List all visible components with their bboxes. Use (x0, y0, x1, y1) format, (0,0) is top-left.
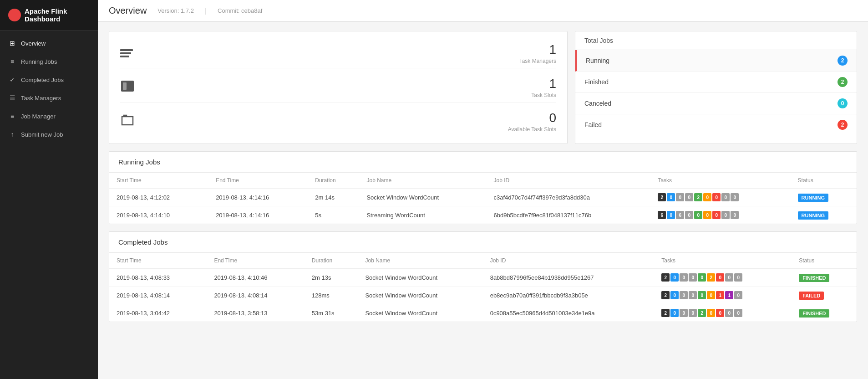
start-time: 2019-08-13, 4:12:02 (109, 189, 208, 206)
status-row-finished[interactable]: Finished 2 (575, 72, 857, 93)
col-duration-running: Duration (308, 173, 359, 189)
app-title: Apache Flink Dashboard (25, 7, 90, 23)
stats-card: 1 Task Managers 1 Task Slots (109, 31, 568, 144)
sidebar-item-running-jobs[interactable]: ≡ Running Jobs (0, 52, 98, 71)
task-badge: 0 (698, 273, 706, 282)
job-name: Streaming WordCount (359, 206, 486, 224)
task-badge: 0 (670, 291, 679, 299)
table-row[interactable]: 2019-08-13, 4:14:10 2019-08-13, 4:14:16 … (109, 206, 857, 224)
task-badge: 0 (725, 309, 733, 317)
task-managers-stat: 1 Task Managers (120, 39, 556, 68)
task-badge: 0 (731, 193, 739, 201)
start-time: 2019-08-13, 4:08:33 (109, 269, 207, 287)
job-id: 8ab8bd87996f5ee84b1938dd955e1267 (483, 269, 655, 287)
sidebar-item-completed-jobs[interactable]: ✓ Completed Jobs (0, 71, 98, 89)
task-badge: 0 (734, 291, 742, 299)
task-badge: 0 (667, 211, 675, 219)
task-badge: 0 (694, 211, 702, 219)
task-badge: 0 (716, 309, 724, 317)
task-badge: 0 (680, 291, 688, 299)
duration: 2m 14s (308, 189, 359, 206)
tasks: 606000000 (650, 206, 790, 224)
task-badge: 0 (676, 193, 684, 201)
task-managers-label: Task Managers (519, 58, 556, 64)
col-job-name-running: Job Name (359, 173, 486, 189)
status: FAILED (792, 287, 857, 304)
completed-jobs-table: Start Time End Time Duration Job Name Jo… (109, 253, 857, 322)
status-label-canceled: Canceled (584, 100, 611, 107)
table-row[interactable]: 2019-08-13, 4:08:33 2019-08-13, 4:10:46 … (109, 269, 857, 287)
status-count-finished: 2 (838, 77, 848, 87)
task-badge: 0 (667, 193, 675, 201)
end-time: 2019-08-13, 4:14:16 (208, 189, 308, 206)
task-badge: 0 (670, 309, 679, 317)
status-label-running: Running (586, 57, 609, 64)
start-time: 2019-08-13, 3:04:42 (109, 304, 207, 322)
task-badge: 0 (685, 211, 693, 219)
task-badge: 2 (707, 273, 715, 282)
topbar: Overview Version: 1.7.2 | Commit: ceba8a… (98, 0, 868, 22)
status: RUNNING (791, 206, 857, 224)
running-jobs-table: Start Time End Time Duration Job Name Jo… (109, 173, 857, 224)
task-managers-stat-icon (120, 49, 133, 57)
status: FINISHED (792, 269, 857, 287)
task-badge: 0 (716, 273, 724, 282)
sidebar-label-job-manager: Job Manager (21, 113, 56, 120)
running-jobs-section: Running Jobs Start Time End Time Duratio… (109, 151, 857, 224)
task-badge: 0 (698, 291, 706, 299)
status-row-failed[interactable]: Failed 2 (575, 114, 857, 135)
completed-jobs-icon: ✓ (8, 76, 16, 83)
job-manager-icon: ≡ (8, 113, 16, 120)
col-start-time-completed: Start Time (109, 253, 207, 269)
task-badge: 0 (703, 193, 711, 201)
table-row[interactable]: 2019-08-13, 4:12:02 2019-08-13, 4:14:16 … (109, 189, 857, 206)
col-start-time-running: Start Time (109, 173, 208, 189)
status-label-failed: Failed (584, 121, 602, 128)
task-badge: 0 (685, 193, 693, 201)
duration: 53m 31s (305, 304, 358, 322)
table-row[interactable]: 2019-08-13, 3:04:42 2019-08-13, 3:58:13 … (109, 304, 857, 322)
task-badge: 0 (680, 309, 688, 317)
tasks: 200000110 (654, 287, 792, 304)
task-managers-value: 1 (519, 42, 556, 57)
col-job-id-running: Job ID (486, 173, 650, 189)
sidebar-item-task-managers[interactable]: ☰ Task Managers (0, 89, 98, 107)
status-row-canceled[interactable]: Canceled 0 (575, 93, 857, 114)
task-badge: 0 (689, 273, 697, 282)
task-slots-stat: 1 Task Slots (120, 73, 556, 102)
task-slots-stat-icon (120, 79, 135, 97)
end-time: 2019-08-13, 4:08:14 (207, 287, 304, 304)
task-badge: 0 (703, 211, 711, 219)
col-end-time-running: End Time (208, 173, 308, 189)
job-id: 6bd9b5bcdfe7f9ec81f048137f11c76b (486, 206, 650, 224)
task-badge: 6 (676, 211, 684, 219)
status-count-failed: 2 (838, 120, 848, 130)
commit-label: Commit: ceba8af (218, 7, 262, 14)
task-badge: 0 (707, 309, 715, 317)
sidebar-item-submit-new-job[interactable]: ↑ Submit new Job (0, 125, 98, 143)
available-task-slots-label: Available Task Slots (508, 126, 556, 133)
sidebar-item-overview[interactable]: ⊞ Overview (0, 34, 98, 52)
task-badge: 0 (712, 211, 721, 219)
task-badge: 2 (661, 273, 670, 282)
completed-jobs-section-title: Completed Jobs (109, 232, 857, 253)
sidebar-label-completed-jobs: Completed Jobs (21, 77, 64, 83)
task-slots-value: 1 (531, 77, 556, 91)
status-row-running[interactable]: Running 2 (575, 50, 857, 72)
total-jobs-card: Total Jobs Running 2 Finished 2 Canceled… (575, 31, 857, 144)
sidebar-item-job-manager[interactable]: ≡ Job Manager (0, 107, 98, 125)
col-tasks-completed: Tasks (654, 253, 792, 269)
col-end-time-completed: End Time (207, 253, 304, 269)
task-badge: 0 (725, 273, 733, 282)
app-logo (8, 9, 21, 21)
sidebar: Apache Flink Dashboard ⊞ Overview ≡ Runn… (0, 0, 98, 379)
available-task-slots-stat: 0 Available Task Slots (120, 107, 556, 136)
end-time: 2019-08-13, 4:14:16 (208, 206, 308, 224)
duration: 2m 13s (305, 269, 358, 287)
table-row[interactable]: 2019-08-13, 4:08:14 2019-08-13, 4:08:14 … (109, 287, 857, 304)
duration: 128ms (305, 287, 358, 304)
content-area: 1 Task Managers 1 Task Slots (98, 22, 868, 331)
start-time: 2019-08-13, 4:14:10 (109, 206, 208, 224)
main-content: Overview Version: 1.7.2 | Commit: ceba8a… (98, 0, 868, 379)
available-task-slots-value: 0 (508, 111, 556, 125)
